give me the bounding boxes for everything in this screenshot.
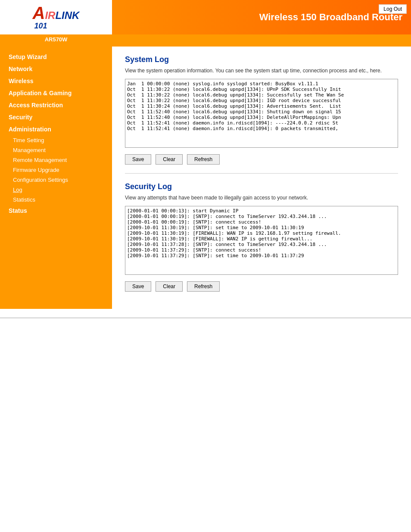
- security-log-clear-button[interactable]: Clear: [156, 281, 183, 292]
- sidebar: Setup Wizard Network Wireless Applicatio…: [0, 47, 112, 309]
- sidebar-sub-remote-management[interactable]: Remote Management: [0, 155, 112, 165]
- system-log-desc: View the system operation information. Y…: [125, 68, 398, 74]
- sidebar-item-app-gaming[interactable]: Application & Gaming: [0, 87, 112, 99]
- sidebar-sub-log[interactable]: Log: [0, 185, 112, 195]
- sidebar-item-status[interactable]: Status: [0, 205, 112, 217]
- logout-button[interactable]: Log Out: [379, 4, 407, 14]
- sidebar-item-access-restriction[interactable]: Access Restriction: [0, 99, 112, 111]
- header-title: Wireless 150 Broadband Router: [112, 12, 411, 23]
- footer-line: [0, 317, 411, 318]
- security-log-refresh-button[interactable]: Refresh: [187, 281, 220, 292]
- security-log-buttons: Save Clear Refresh: [125, 281, 398, 292]
- main-layout: Setup Wizard Network Wireless Applicatio…: [0, 47, 411, 309]
- sidebar-sub-management[interactable]: Management: [0, 145, 112, 155]
- system-log-textarea[interactable]: [125, 79, 398, 148]
- model-bar: AR570W: [0, 34, 112, 47]
- system-log-section: System Log View the system operation inf…: [125, 55, 398, 165]
- sidebar-sub-statistics[interactable]: Statistics: [0, 195, 112, 205]
- security-log-textarea[interactable]: [125, 206, 398, 275]
- sidebar-item-setup-wizard[interactable]: Setup Wizard: [0, 51, 112, 63]
- system-log-refresh-button[interactable]: Refresh: [187, 154, 220, 165]
- system-log-buttons: Save Clear Refresh: [125, 154, 398, 165]
- sidebar-item-security[interactable]: Security: [0, 111, 112, 123]
- header: AIRLINK 101 Wireless 150 Broadband Route…: [0, 0, 411, 34]
- logo: AIRLINK 101: [33, 4, 80, 31]
- sidebar-sub-configuration-settings[interactable]: Configuration Settings: [0, 175, 112, 185]
- section-divider: [125, 173, 398, 174]
- system-log-save-button[interactable]: Save: [125, 154, 151, 165]
- sidebar-item-administration[interactable]: Administration: [0, 123, 112, 135]
- security-log-title: Security Log: [125, 182, 398, 191]
- sidebar-item-network[interactable]: Network: [0, 63, 112, 75]
- security-log-save-button[interactable]: Save: [125, 281, 151, 292]
- logo-area: AIRLINK 101: [0, 0, 112, 34]
- system-log-clear-button[interactable]: Clear: [156, 154, 183, 165]
- system-log-title: System Log: [125, 55, 398, 64]
- sidebar-item-wireless[interactable]: Wireless: [0, 75, 112, 87]
- sidebar-sub-time-setting[interactable]: Time Setting: [0, 135, 112, 145]
- content-area: System Log View the system operation inf…: [112, 47, 411, 309]
- security-log-section: Security Log View any attempts that have…: [125, 182, 398, 292]
- sidebar-sub-firmware-upgrade[interactable]: Firmware Upgrade: [0, 165, 112, 175]
- security-log-desc: View any attempts that have been made to…: [125, 195, 398, 201]
